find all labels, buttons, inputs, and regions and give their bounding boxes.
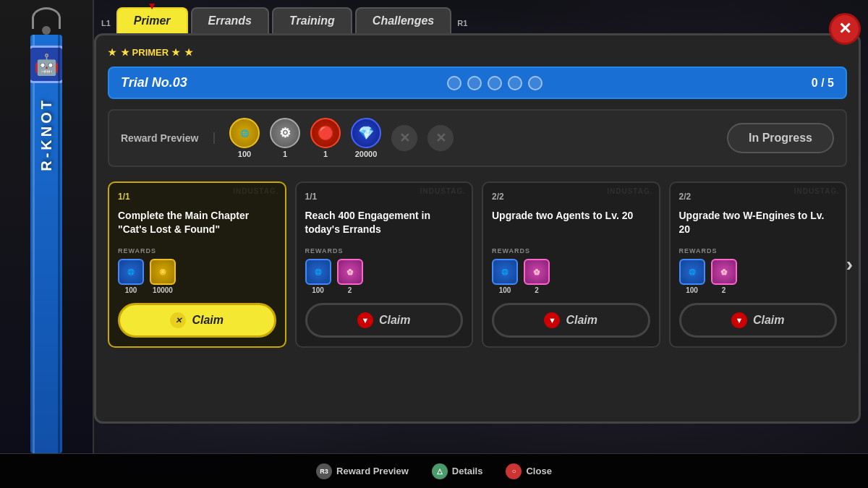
keychain-band: 🤖 R-KNOT <box>30 35 62 453</box>
keychain-hook <box>32 7 61 29</box>
progress-dot-2 <box>467 76 482 90</box>
small-icon-4-2: 🌸 <box>711 259 737 285</box>
small-reward-2-1: 🌐 100 <box>305 259 331 294</box>
rewards-icons-row-1: 🌐 100 🪙 10000 <box>118 259 276 294</box>
keychain-icon: 🤖 <box>30 46 62 83</box>
small-count-2-2: 2 <box>348 286 352 294</box>
r1-trigger[interactable]: R1 <box>457 19 467 33</box>
claim-button-1[interactable]: ✕ Claim <box>118 303 276 338</box>
reward-icon-1: 🌐 100 <box>229 118 260 158</box>
reward-preview-label: Reward Preview <box>121 132 215 144</box>
star-left-icon: ★ <box>108 47 116 58</box>
small-count-4-1: 100 <box>686 286 698 294</box>
small-count-2-1: 100 <box>312 286 324 294</box>
bottom-bar-details[interactable]: △ Details <box>432 463 483 479</box>
rewards-icons-row-2: 🌐 100 🌸 2 <box>305 259 464 294</box>
tab-errands[interactable]: Errands <box>191 7 269 33</box>
claim-button-4[interactable]: ▼ Claim <box>679 303 838 338</box>
card-watermark-2: INDUSTAG. <box>420 187 466 195</box>
progress-dot-4 <box>508 76 522 90</box>
trial-progress-dots <box>447 76 542 90</box>
small-icon-3-2: 🌸 <box>524 259 550 285</box>
small-icon-2-1: 🌐 <box>305 259 331 285</box>
details-bottom-label: Details <box>452 466 483 476</box>
missions-grid: INDUSTAG. 1/1 Complete the Main Chapter … <box>108 181 847 348</box>
tab-primer[interactable]: Primer <box>116 7 188 33</box>
mission-card-4: INDUSTAG. 2/2 Upgrade two W-Engines to L… <box>669 181 848 348</box>
small-count-1-2: 10000 <box>153 286 173 294</box>
reward-preview-bar: Reward Preview 🌐 100 ⚙ 1 🔴 1 💎 20000 <box>108 109 847 167</box>
rewards-icons-row-4: 🌐 100 🌸 2 <box>679 259 838 294</box>
main-panel: L1 Primer Errands Training Challenges R1… <box>94 7 861 446</box>
reward-icon-2: ⚙ 1 <box>270 118 300 158</box>
card-title-2: Reach 400 Engagement in today's Errands <box>305 209 464 240</box>
l1-trigger[interactable]: L1 <box>101 19 111 33</box>
rewards-label-2: REWARDS <box>305 247 464 254</box>
small-icon-1-2: 🪙 <box>150 259 176 285</box>
bottom-bar-close[interactable]: ○ Close <box>506 463 551 479</box>
reward-disabled-1: ✕ <box>391 125 417 151</box>
circle-button: ○ <box>506 463 522 479</box>
reward-circle-4: 💎 <box>351 118 381 148</box>
small-reward-2-2: 🌸 2 <box>337 259 363 294</box>
reward-preview-bottom-label: Reward Preview <box>336 466 409 476</box>
close-button[interactable]: ✕ <box>829 13 861 45</box>
chevron-right-icon[interactable]: › <box>846 253 853 276</box>
claim-button-3[interactable]: ▼ Claim <box>492 303 650 338</box>
rewards-label-4: REWARDS <box>679 247 838 254</box>
bottom-bar: R3 Reward Preview △ Details ○ Close <box>0 453 868 488</box>
reward-circle-2: ⚙ <box>270 118 300 148</box>
close-bottom-label: Close <box>526 466 551 476</box>
small-icon-4-1: 🌐 <box>679 259 705 285</box>
mission-card-2: INDUSTAG. 1/1 Reach 400 Engagement in to… <box>295 181 474 348</box>
small-reward-4-1: 🌐 100 <box>679 259 705 294</box>
mission-card-3: INDUSTAG. 2/2 Upgrade two Agents to Lv. … <box>482 181 660 348</box>
mission-card-1: INDUSTAG. 1/1 Complete the Main Chapter … <box>108 181 286 348</box>
small-reward-3-1: 🌐 100 <box>492 259 518 294</box>
rewards-icons-row-3: 🌐 100 🌸 2 <box>492 259 650 294</box>
reward-disabled-2: ✕ <box>427 125 454 151</box>
star-right-icon: ★ <box>184 47 193 58</box>
card-watermark-4: INDUSTAG. <box>794 187 840 195</box>
small-reward-3-2: 🌸 2 <box>524 259 550 294</box>
trial-progress-text: 0 / 5 <box>812 77 834 90</box>
rewards-section-4: REWARDS 🌐 100 🌸 2 ▼ Claim <box>679 247 838 338</box>
small-reward-4-2: 🌸 2 <box>711 259 737 294</box>
small-icon-1-1: 🌐 <box>118 259 144 285</box>
small-reward-1-2: 🪙 10000 <box>150 259 176 294</box>
in-progress-button: In Progress <box>727 123 834 153</box>
tab-training[interactable]: Training <box>272 7 352 33</box>
claim-icon-1: ✕ <box>170 312 186 328</box>
small-count-3-2: 2 <box>535 286 539 294</box>
reward-circle-1: 🌐 <box>229 118 260 148</box>
rewards-section-2: REWARDS 🌐 100 🌸 2 ▼ Claim <box>305 247 464 338</box>
r3-button: R3 <box>316 463 332 479</box>
tab-challenges[interactable]: Challenges <box>355 7 451 33</box>
card-title-3: Upgrade two Agents to Lv. 20 <box>492 209 650 240</box>
reward-icons: 🌐 100 ⚙ 1 🔴 1 💎 20000 ✕ ✕ <box>229 118 712 158</box>
progress-dot-3 <box>488 76 502 90</box>
reward-count-2: 1 <box>283 150 287 158</box>
claim-button-2[interactable]: ▼ Claim <box>305 303 464 338</box>
small-icon-2-2: 🌸 <box>337 259 363 285</box>
keychain-text: R-KNOT <box>38 98 55 171</box>
triangle-button: △ <box>432 463 448 479</box>
claim-icon-2: ▼ <box>357 312 373 328</box>
reward-icon-3: 🔴 1 <box>310 118 341 158</box>
small-icon-3-1: 🌐 <box>492 259 518 285</box>
progress-dot-5 <box>528 76 542 90</box>
bottom-bar-reward-preview[interactable]: R3 Reward Preview <box>316 463 409 479</box>
robot-icon: 🤖 <box>34 53 59 77</box>
trial-title: Trial No.03 <box>121 75 187 90</box>
progress-dot-1 <box>447 76 461 90</box>
small-reward-1-1: 🌐 100 <box>118 259 144 294</box>
small-count-3-1: 100 <box>499 286 511 294</box>
panel-header: ★ ★ PRIMER ★ ★ <box>108 47 847 58</box>
card-watermark-3: INDUSTAG. <box>607 187 652 195</box>
rewards-label-1: REWARDS <box>118 247 276 254</box>
sidebar: 🤖 R-KNOT <box>0 0 94 453</box>
rewards-section-1: REWARDS 🌐 100 🪙 10000 ✕ Claim <box>118 247 276 338</box>
reward-count-1: 100 <box>238 150 251 158</box>
rewards-section-3: REWARDS 🌐 100 🌸 2 ▼ Claim <box>492 247 650 338</box>
tab-bar: L1 Primer Errands Training Challenges R1 <box>94 7 861 33</box>
